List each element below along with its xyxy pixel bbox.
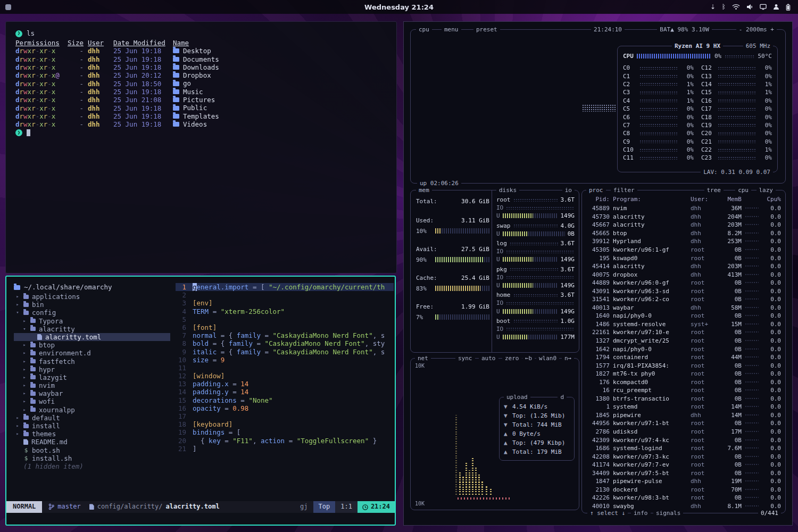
tree-item[interactable]: ▸themes: [14, 430, 176, 438]
editor-line[interactable]: 2: [176, 291, 394, 299]
tree-item[interactable]: ▸install: [14, 422, 176, 430]
tree-item[interactable]: ▸fastfetch: [14, 358, 176, 365]
process-row[interactable]: 1380btrfs-transactioroot0B0.0: [586, 395, 781, 403]
process-row[interactable]: 1847pipewire-pulsedhh19M0.0: [586, 477, 781, 486]
process-row[interactable]: 1640napi/phy0-0root0B0.0: [586, 312, 781, 320]
process-row[interactable]: 16rcu_preemptroot0B0.0: [586, 386, 781, 395]
editor-line[interactable]: 19bindings = [: [176, 428, 394, 436]
process-row[interactable]: 195kswapd0root0B0.0: [586, 254, 781, 262]
process-row[interactable]: 40013waybardhh58M0.0: [586, 304, 781, 312]
filter-button[interactable]: filter: [611, 186, 637, 194]
tree-item[interactable]: $boot.sh: [14, 446, 176, 454]
process-row[interactable]: 31541kworker/u96:2-coroot0B0.0: [586, 295, 781, 304]
process-row[interactable]: 45305kworker/u96:1-gfroot0B0.0: [586, 246, 781, 254]
sort-lazy-button[interactable]: lazy: [757, 186, 776, 194]
process-row[interactable]: 39912Hyprlanddhh253M0.0: [586, 237, 781, 246]
tree-item[interactable]: ▸wofi: [14, 397, 176, 405]
process-row[interactable]: 1686systemd-logindroot7.6M0.0: [586, 444, 781, 453]
net-sync-toggle[interactable]: sync: [455, 354, 475, 362]
io-mode-toggle[interactable]: io: [562, 186, 575, 194]
display-icon[interactable]: [760, 4, 767, 10]
editor-line[interactable]: 6[font]: [176, 323, 394, 331]
editor-line[interactable]: 15decorations = "None": [176, 396, 394, 404]
process-row[interactable]: 2786udisksdroot17M0.0: [586, 428, 781, 436]
editor-line[interactable]: 4TERM = "xterm-256color": [176, 307, 394, 315]
editor-line[interactable]: 12[window]: [176, 372, 394, 380]
editor-line[interactable]: 9italic = { family = "CaskaydiaMono Nerd…: [176, 348, 394, 356]
terminal-cursor[interactable]: [27, 129, 30, 136]
editor-line[interactable]: 3[env]: [176, 299, 394, 307]
editor-line[interactable]: 13padding.x = 14: [176, 380, 394, 388]
editor-line[interactable]: 1general.import = [ "~/.config/omarchy/c…: [176, 283, 394, 291]
process-row[interactable]: 43091kworker/u96:3-sdroot0B0.0: [586, 287, 781, 295]
process-row[interactable]: 44956kworker/u97:1-btroot0B0.0: [586, 419, 781, 428]
editor-line[interactable]: 14padding.y = 14: [176, 388, 394, 396]
editor-line[interactable]: 20 { key = "F11", action = "ToggleFullsc…: [176, 437, 394, 445]
proc-header-cpu[interactable]: Cpu%: [762, 196, 781, 203]
sort-cpu-button[interactable]: cpu: [735, 186, 751, 194]
menu-button[interactable]: menu: [442, 26, 461, 34]
process-row[interactable]: 1642napi/phy0-0root0B0.0: [586, 345, 781, 353]
shell-prompt-line[interactable]: ❯: [15, 128, 389, 137]
proc-signals-button[interactable]: signals: [653, 509, 683, 517]
tree-item[interactable]: $install.sh: [14, 454, 176, 462]
preset-button[interactable]: preset: [473, 26, 500, 34]
tree-item[interactable]: ▸bin: [14, 301, 176, 309]
tree-item[interactable]: ▸environment.d: [14, 349, 176, 357]
volume-icon[interactable]: [746, 4, 753, 10]
process-row[interactable]: 1827mt76-tx phy0root0B0.0: [586, 370, 781, 378]
process-row[interactable]: 45665btopdhh8.2M0.0: [586, 229, 781, 238]
tree-item[interactable]: ▸btop: [14, 341, 176, 349]
process-row[interactable]: 42208kworker/u97:3-kcroot0B0.0: [586, 452, 781, 461]
tree-item[interactable]: ▸default: [14, 414, 176, 422]
editor-line[interactable]: 8bold = { family = "CaskaydiaMono Nerd F…: [176, 339, 394, 347]
tree-item[interactable]: ▸applications: [14, 293, 176, 301]
process-row[interactable]: 45730alacrittydhh204M0.0: [586, 213, 781, 221]
editor-line[interactable]: 10size = 9: [176, 356, 394, 364]
tree-item[interactable]: ▸lazygit: [14, 373, 176, 381]
process-row[interactable]: 1systemdroot14M0.0: [586, 403, 781, 411]
process-row[interactable]: 1845pipewiredhh14M0.0: [586, 411, 781, 420]
editor-line[interactable]: 16opacity = 0.98: [176, 404, 394, 412]
tree-item[interactable]: README.md: [14, 438, 176, 446]
net-next-iface[interactable]: n→: [562, 354, 574, 362]
editor-line[interactable]: 18[keyboard]: [176, 420, 394, 428]
proc-header-user[interactable]: User:: [691, 196, 714, 203]
net-prev-iface[interactable]: ←b: [522, 354, 535, 362]
proc-header-program[interactable]: Program:: [613, 196, 687, 203]
process-row[interactable]: 42309kworker/u97:4-kcroot0B0.0: [586, 436, 781, 444]
editor-line[interactable]: 17: [176, 412, 394, 420]
process-row[interactable]: 1794containerdroot44M0.0: [586, 353, 781, 362]
process-row[interactable]: 2130dockerdroot70M0.0: [586, 486, 781, 494]
tree-item[interactable]: ▸waybar: [14, 389, 176, 397]
net-auto-toggle[interactable]: auto: [479, 354, 498, 362]
tree-item[interactable]: ▸hypr: [14, 365, 176, 373]
process-row[interactable]: 1577irq/81-PIXA3854:root0B0.0: [586, 361, 781, 370]
tree-item[interactable]: ▾config: [14, 309, 176, 317]
terminal-window-ls[interactable]: ❯ ls Permissions Size User Date Modified…: [5, 21, 397, 273]
neovim-window[interactable]: ~/.local/share/omarchy ▸applications▸bin…: [5, 276, 396, 526]
process-row[interactable]: 44889kworker/u96:0-gfroot0B0.0: [586, 279, 781, 287]
wifi-icon[interactable]: [732, 4, 740, 10]
tray-expand-icon[interactable]: ⇣: [710, 3, 716, 11]
editor-line[interactable]: 11: [176, 364, 394, 372]
bluetooth-icon[interactable]: ᛒ: [722, 3, 726, 11]
process-row[interactable]: 22161kworker/u97:10-eroot0B0.0: [586, 328, 781, 337]
process-row[interactable]: 45889nvimdhh36M0.0: [586, 204, 781, 213]
process-row[interactable]: 45414alacrittydhh203M0.0: [586, 262, 781, 271]
editor-buffer[interactable]: 1general.import = [ "~/.config/omarchy/c…: [176, 283, 394, 509]
refresh-interval-control[interactable]: - 2000ms +: [736, 26, 777, 34]
proc-header-pid[interactable]: Pid:: [586, 196, 610, 203]
proc-info-button[interactable]: info: [631, 509, 651, 517]
btop-window[interactable]: cpu menu preset 21:24:10 BAT▲ 98% 3.10W …: [403, 21, 793, 526]
editor-line[interactable]: 7normal = { family = "CaskaydiaMono Nerd…: [176, 331, 394, 339]
tree-item[interactable]: ▾alacritty: [14, 325, 176, 333]
process-row[interactable]: 176kcompactd0root0B0.0: [586, 378, 781, 386]
proc-header-mem[interactable]: MemB: [717, 196, 742, 203]
user-icon[interactable]: [773, 4, 779, 10]
tree-toggle[interactable]: tree: [704, 186, 724, 194]
editor-line[interactable]: 5: [176, 315, 394, 323]
process-row[interactable]: 41174kworker/u97:7-evroot0B0.0: [586, 461, 781, 469]
battery-icon[interactable]: [786, 4, 791, 11]
tree-item[interactable]: ▸Typora: [14, 317, 176, 325]
